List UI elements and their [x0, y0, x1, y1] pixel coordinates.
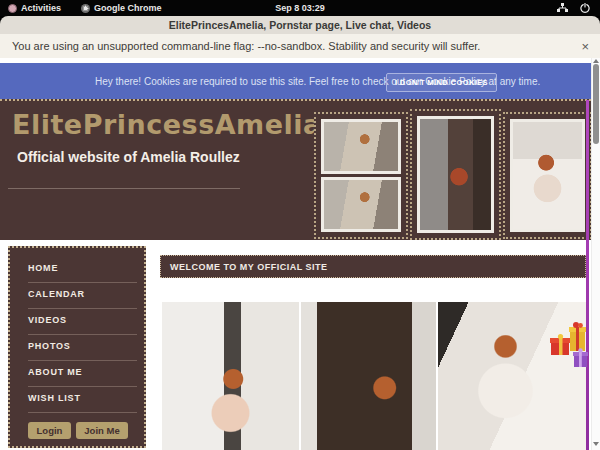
header-photo-frame-3[interactable] — [503, 112, 592, 239]
sidebar-item-photos[interactable]: PHOTOS — [10, 335, 144, 361]
activities-status-icon — [8, 4, 17, 13]
site-tagline: Official website of Amelia Roullez — [17, 149, 240, 165]
header-photo-frame-2[interactable] — [410, 109, 501, 240]
activities-label: Activities — [21, 3, 61, 13]
header-photo-1b — [321, 177, 401, 232]
gnome-top-bar: Activities Google Chrome Sep 8 03:29 — [0, 0, 600, 16]
header-photo-1a — [321, 119, 401, 174]
header-divider — [8, 188, 240, 189]
chrome-infobar: You are using an unsupported command-lin… — [0, 34, 600, 59]
welcome-heading-bar: WELCOME TO MY OFFICIAL SITE — [160, 255, 586, 278]
sidebar-item-calendar[interactable]: CALENDAR — [10, 283, 144, 309]
sidebar-item-videos[interactable]: VIDEOS — [10, 309, 144, 335]
sidebar-buttons: Login Join Me — [10, 422, 144, 439]
window-title: ElitePrincesAmelia, Pornstar page, Live … — [0, 16, 600, 34]
header-photo-2 — [417, 116, 494, 233]
activities-button[interactable]: Activities — [8, 3, 61, 13]
power-icon — [580, 3, 590, 13]
scrollbar-up-arrow-icon[interactable] — [593, 59, 599, 63]
cookie-banner: Hey there! Cookies are required to use t… — [0, 63, 600, 99]
infobar-message: You are using an unsupported command-lin… — [12, 40, 480, 52]
login-button[interactable]: Login — [28, 422, 71, 439]
welcome-heading: WELCOME TO MY OFFICIAL SITE — [170, 262, 328, 272]
join-me-button[interactable]: Join Me — [76, 422, 128, 439]
focused-app-menu[interactable]: Google Chrome — [81, 3, 162, 13]
site-logo[interactable]: ElitePrincessAmelia — [12, 109, 322, 140]
network-icon — [557, 3, 568, 13]
scrollbar-thumb[interactable] — [593, 64, 599, 144]
scrollbar-down-arrow-icon[interactable] — [593, 442, 599, 446]
cookie-accept-button[interactable]: I DON'T MIND COOKIES — [386, 73, 497, 92]
content-photo-2[interactable] — [301, 302, 436, 450]
chrome-icon — [81, 4, 90, 13]
content-photo-1[interactable] — [162, 302, 299, 450]
header-photo-3 — [510, 119, 585, 232]
ribbon-decoration — [586, 100, 589, 450]
sidebar-nav: HOME CALENDAR VIDEOS PHOTOS ABOUT ME WIS… — [8, 246, 146, 448]
window-titlebar: ElitePrincesAmelia, Pornstar page, Live … — [0, 16, 600, 34]
sidebar-item-home[interactable]: HOME — [10, 257, 144, 283]
system-tray[interactable] — [557, 3, 590, 13]
gift-boxes-icon[interactable] — [549, 317, 596, 371]
page-viewport: ElitePrincessAmelia Official website of … — [0, 58, 600, 450]
infobar-close-icon[interactable]: × — [581, 40, 589, 53]
sidebar-item-wish-list[interactable]: WISH LIST — [10, 387, 144, 413]
app-name-label: Google Chrome — [94, 3, 162, 13]
header-photo-frame-1[interactable] — [314, 112, 408, 239]
site-header: ElitePrincessAmelia Official website of … — [0, 99, 591, 240]
sidebar-item-about-me[interactable]: ABOUT ME — [10, 361, 144, 387]
scrollbar[interactable] — [591, 58, 600, 450]
